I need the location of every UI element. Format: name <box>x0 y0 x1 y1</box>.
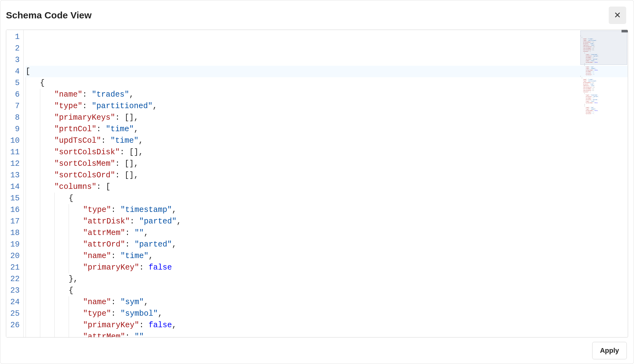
line-number: 16 <box>8 204 20 216</box>
code-line: "name": "time", <box>26 250 628 262</box>
schema-code-view-modal: Schema Code View 12345678910111213141516… <box>0 0 634 364</box>
line-number: 10 <box>8 135 20 146</box>
code-line: "attrOrd": "parted", <box>26 239 628 250</box>
close-icon <box>614 11 621 20</box>
line-number: 7 <box>8 100 20 112</box>
code-line: "columns": [ <box>26 181 628 193</box>
code-line: "prtnCol": "time", <box>26 123 628 135</box>
line-number: 20 <box>8 250 20 262</box>
code-area[interactable]: [ { "name": "trades", "type": "partition… <box>24 30 628 337</box>
close-button[interactable] <box>609 7 626 24</box>
line-number: 2 <box>8 43 20 54</box>
code-line: { <box>26 285 628 296</box>
code-line: "sortColsOrd": [], <box>26 170 628 181</box>
line-number: 25 <box>8 308 20 319</box>
line-number: 1 <box>8 31 20 43</box>
line-number: 14 <box>8 181 20 193</box>
code-line: { <box>26 193 628 204</box>
code-line: "type": "symbol", <box>26 308 628 319</box>
code-line: "sortColsDisk": [], <box>26 146 628 158</box>
line-number: 13 <box>8 170 20 181</box>
code-line: "name": "trades", <box>26 89 628 100</box>
code-line: "type": "timestamp", <box>26 204 628 216</box>
line-number: 19 <box>8 239 20 250</box>
code-line: "primaryKey": false <box>26 262 628 273</box>
line-number: 6 <box>8 89 20 100</box>
line-number: 21 <box>8 262 20 273</box>
line-number: 5 <box>8 77 20 89</box>
line-number: 22 <box>8 273 20 285</box>
line-number: 24 <box>8 296 20 308</box>
line-number-gutter: 1234567891011121314151617181920212223242… <box>6 30 24 337</box>
code-editor[interactable]: 1234567891011121314151617181920212223242… <box>6 30 628 338</box>
code-line: "type": "partitioned", <box>26 100 628 112</box>
line-number: 15 <box>8 193 20 204</box>
code-line: "attrMem": "", <box>26 227 628 239</box>
apply-button[interactable]: Apply <box>592 342 627 359</box>
code-line: "attrMem": "", <box>26 331 628 337</box>
code-line: { <box>26 77 628 89</box>
code-line: "attrDisk": "parted", <box>26 216 628 227</box>
line-number: 4 <box>8 66 20 77</box>
code-line: "sortColsMem": [], <box>26 158 628 170</box>
code-line: "updTsCol": "time", <box>26 135 628 146</box>
modal-header: Schema Code View <box>0 0 634 30</box>
line-number: 8 <box>8 112 20 123</box>
line-number: 26 <box>8 319 20 331</box>
line-number: 17 <box>8 216 20 227</box>
code-line: "primaryKeys": [], <box>26 112 628 123</box>
minimap-viewport[interactable] <box>580 31 627 65</box>
line-number: 23 <box>8 285 20 296</box>
modal-footer: Apply <box>0 338 634 364</box>
code-line: "name": "sym", <box>26 296 628 308</box>
line-number: 18 <box>8 227 20 239</box>
line-number: 3 <box>8 54 20 66</box>
line-number: 9 <box>8 123 20 135</box>
line-number: 11 <box>8 146 20 158</box>
modal-title: Schema Code View <box>6 10 92 21</box>
code-line: "primaryKey": false, <box>26 319 628 331</box>
code-line: }, <box>26 273 628 285</box>
code-line: [ <box>26 66 628 77</box>
line-number: 12 <box>8 158 20 170</box>
